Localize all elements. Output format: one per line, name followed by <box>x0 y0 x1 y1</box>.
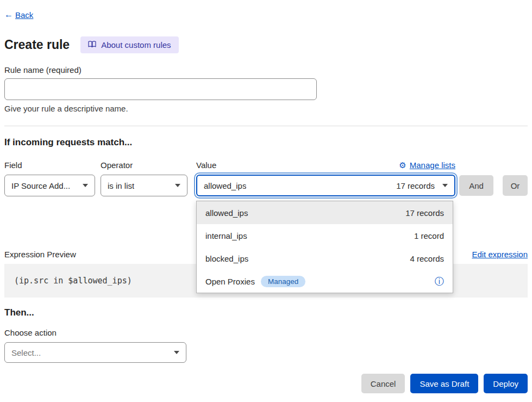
info-icon[interactable]: ⓘ <box>435 277 444 286</box>
list-option-name: Open Proxies <box>205 277 255 286</box>
field-select[interactable]: IP Source Add... <box>4 175 95 196</box>
value-select-wrap: allowed_ips 17 records allowed_ips 17 re… <box>196 175 455 196</box>
back-link[interactable]: ← Back <box>4 9 33 21</box>
rule-name-label: Rule name (required) <box>4 65 528 75</box>
or-button[interactable]: Or <box>503 175 528 196</box>
about-custom-rules-link[interactable]: About custom rules <box>80 36 178 53</box>
chevron-down-icon <box>83 184 88 187</box>
match-heading: If incoming requests match... <box>4 137 528 148</box>
list-option-open-proxies[interactable]: Open Proxies Managed ⓘ <box>197 270 453 293</box>
field-label: Field <box>4 160 101 170</box>
manage-lists-label: Manage lists <box>410 160 455 170</box>
about-custom-rules-label: About custom rules <box>101 40 171 50</box>
list-option-records: 17 records <box>405 208 444 218</box>
choose-action-label: Choose action <box>4 328 528 338</box>
footer-actions: Cancel Save as Draft Deploy <box>4 374 528 393</box>
then-heading: Then... <box>4 307 528 318</box>
chevron-down-icon <box>442 184 448 187</box>
field-select-value: IP Source Add... <box>11 181 70 190</box>
section-divider <box>4 126 528 126</box>
gear-icon: ⚙ <box>399 161 406 169</box>
expression-code-text: (ip.src in $allowed_ips) <box>14 276 132 286</box>
action-select[interactable]: Select... <box>4 342 186 363</box>
edit-expression-link[interactable]: Edit expression <box>472 250 528 259</box>
value-label: Value <box>196 160 216 170</box>
back-label: Back <box>15 10 33 20</box>
condition-row: IP Source Add... is in list allowed_ips … <box>4 175 528 196</box>
title-row: Create rule About custom rules <box>4 36 528 53</box>
list-option-name: internal_ips <box>205 231 247 240</box>
value-select-value: allowed_ips <box>204 181 246 190</box>
list-option-internal-ips[interactable]: internal_ips 1 record <box>197 224 453 247</box>
value-select-records: 17 records <box>396 181 435 190</box>
list-option-blocked-ips[interactable]: blocked_ips 4 records <box>197 247 453 270</box>
action-select-placeholder: Select... <box>11 348 41 357</box>
managed-badge: Managed <box>261 276 305 287</box>
list-option-name: blocked_ips <box>205 254 248 263</box>
chevron-down-icon <box>174 351 179 354</box>
list-option-records: 4 records <box>410 254 444 263</box>
list-option-records: 1 record <box>414 231 444 240</box>
value-select[interactable]: allowed_ips 17 records <box>196 175 455 196</box>
create-rule-page: ← Back Create rule About custom rules Ru… <box>0 0 532 393</box>
rule-name-input[interactable] <box>4 78 317 100</box>
save-as-draft-button[interactable]: Save as Draft <box>410 374 478 393</box>
deploy-button[interactable]: Deploy <box>484 374 528 393</box>
rule-name-helper: Give your rule a descriptive name. <box>4 104 528 114</box>
chevron-down-icon <box>175 184 180 187</box>
operator-select-value: is in list <box>108 181 134 190</box>
list-option-allowed-ips[interactable]: allowed_ips 17 records <box>197 201 453 224</box>
cancel-button[interactable]: Cancel <box>361 374 405 393</box>
operator-label: Operator <box>101 160 196 170</box>
back-arrow-icon: ← <box>4 10 13 20</box>
and-button[interactable]: And <box>459 175 493 196</box>
book-icon <box>88 40 96 50</box>
list-option-name: allowed_ips <box>205 208 248 218</box>
manage-lists-link[interactable]: ⚙ Manage lists <box>399 160 455 170</box>
page-title: Create rule <box>4 38 70 52</box>
condition-labels-row: Field Operator Value ⚙ Manage lists <box>4 160 528 170</box>
expression-preview-label: Expression Preview <box>4 250 76 259</box>
operator-select[interactable]: is in list <box>101 175 187 196</box>
list-dropdown: allowed_ips 17 records internal_ips 1 re… <box>196 201 453 293</box>
